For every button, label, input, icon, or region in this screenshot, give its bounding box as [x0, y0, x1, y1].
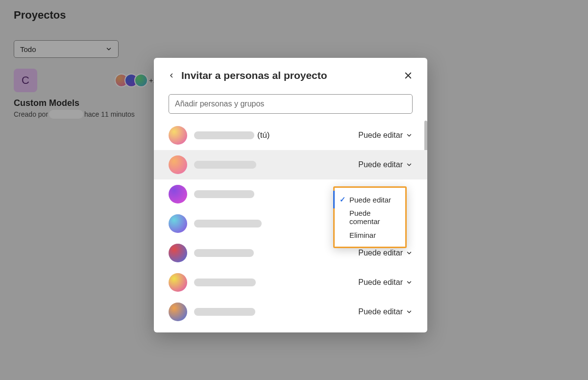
member-avatar: [169, 126, 187, 145]
member-name-redacted: [194, 279, 256, 286]
permission-label: Puede editar: [358, 307, 403, 316]
member-name: [194, 190, 254, 198]
project-card-header: C +13: [14, 69, 161, 92]
member-row: Puede editar: [154, 268, 427, 297]
member-name: (tú): [194, 130, 270, 140]
member-name: [194, 161, 256, 169]
permission-label: Puede editar: [358, 131, 403, 140]
project-meta: Creado por hace 11 minutos: [14, 110, 161, 119]
permission-select[interactable]: Puede editar: [358, 307, 413, 316]
permission-select[interactable]: Puede editar: [358, 249, 413, 257]
member-row: Puede editar: [154, 150, 427, 179]
project-avatar: C: [14, 69, 37, 92]
member-row: (tú)Puede editar: [154, 121, 427, 150]
close-button[interactable]: [404, 71, 413, 80]
permission-select[interactable]: Puede editar: [358, 278, 413, 287]
member-name-redacted: [194, 220, 262, 228]
dropdown-option[interactable]: Eliminar: [335, 226, 405, 244]
member-name-redacted: [194, 190, 254, 198]
member-name: [194, 308, 255, 316]
chevron-down-icon: [406, 161, 413, 168]
member-avatar: [169, 273, 187, 292]
project-card[interactable]: C +13 Custom Models Creado por hace 11 m…: [14, 69, 161, 119]
project-name: Custom Models: [14, 98, 161, 108]
permission-dropdown: Puede editarPuede comentarEliminar: [333, 186, 407, 248]
created-by-label: Creado por: [14, 110, 48, 118]
member-avatar: [169, 214, 187, 233]
member-name-redacted: [194, 308, 255, 316]
member-name: [194, 220, 262, 228]
creator-redacted: [49, 110, 83, 119]
dropdown-option[interactable]: Puede editar: [333, 191, 405, 208]
avatar: [134, 74, 148, 87]
dropdown-option[interactable]: Puede comentar: [335, 208, 405, 226]
member-name: [194, 249, 254, 257]
filter-select[interactable]: Todo: [14, 40, 119, 58]
permission-label: Puede editar: [358, 160, 403, 169]
chevron-down-icon: [406, 132, 413, 139]
filter-selected-value: Todo: [20, 45, 36, 53]
member-name: [194, 279, 256, 286]
back-button[interactable]: [169, 71, 174, 80]
chevron-down-icon: [105, 46, 112, 52]
chevron-down-icon: [406, 279, 413, 286]
permission-select[interactable]: Puede editar: [358, 160, 413, 169]
member-name-redacted: [194, 131, 254, 139]
add-people-input[interactable]: [169, 94, 413, 114]
you-suffix: (tú): [257, 130, 270, 140]
member-avatar: [169, 185, 187, 203]
modal-title: Invitar a personas al proyecto: [181, 70, 327, 81]
page-title: Proyectos: [14, 9, 574, 22]
chevron-down-icon: [406, 308, 413, 315]
member-name-redacted: [194, 249, 254, 257]
permission-select[interactable]: Puede editar: [358, 131, 413, 140]
created-time: hace 11 minutos: [84, 110, 135, 118]
member-avatar: [169, 155, 187, 174]
member-name-redacted: [194, 161, 256, 169]
member-avatar: [169, 244, 187, 262]
permission-label: Puede editar: [358, 278, 403, 287]
filter-row: Todo: [14, 40, 574, 58]
chevron-down-icon: [406, 250, 413, 256]
permission-label: Puede editar: [358, 249, 403, 257]
project-avatar-initial: C: [22, 74, 29, 87]
modal-header: Invitar a personas al proyecto: [154, 58, 427, 81]
member-avatar: [169, 303, 187, 321]
member-row: Puede editar: [154, 297, 427, 327]
modal-search-wrap: [169, 94, 413, 114]
